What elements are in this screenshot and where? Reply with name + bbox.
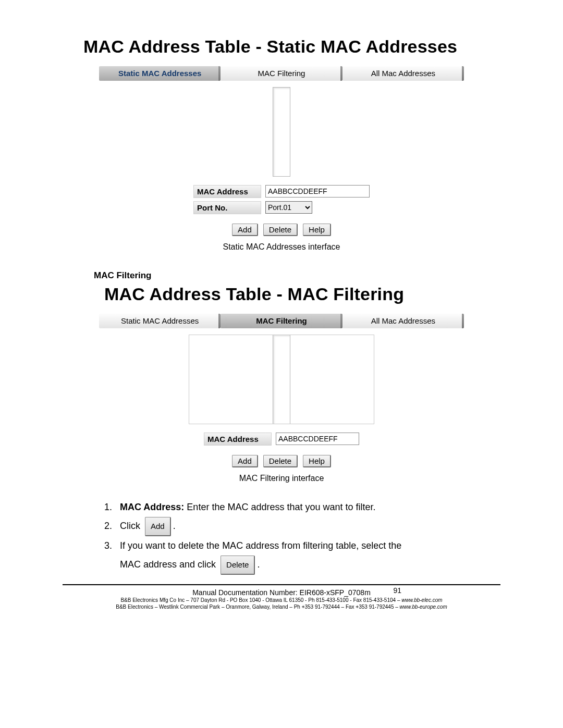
inline-add-button: Add xyxy=(145,517,171,536)
tab-label: MAC Filtering xyxy=(258,69,305,78)
delete-button[interactable]: Delete xyxy=(263,224,298,236)
tab-mac-filtering[interactable]: MAC Filtering xyxy=(221,66,342,81)
footer-divider xyxy=(63,584,500,585)
tab-mac-filtering[interactable]: MAC Filtering xyxy=(221,314,342,328)
instruction-step-1: MAC Address: Enter the MAC address that … xyxy=(115,498,490,516)
help-button[interactable]: Help xyxy=(303,224,331,236)
panel2-left-pane xyxy=(189,335,273,424)
step1-text: Enter the MAC address that you want to f… xyxy=(184,502,375,512)
tab-all-mac-addresses[interactable]: All Mac Addresses xyxy=(342,66,464,81)
mac-address-input[interactable] xyxy=(265,185,370,198)
panel1-mac-list[interactable] xyxy=(273,87,290,177)
panel2-ui: Static MAC Addresses MAC Filtering All M… xyxy=(99,314,464,483)
instructions: MAC Address: Enter the MAC address that … xyxy=(94,498,500,575)
step3-line2-prefix: MAC address and click xyxy=(120,559,218,570)
panel1-caption: Static MAC Addresses interface xyxy=(99,242,464,252)
step2-suffix: . xyxy=(173,521,176,531)
panel2-mac-list[interactable] xyxy=(273,335,290,424)
tab-label: MAC Filtering xyxy=(256,316,307,325)
panel1-tabs: Static MAC Addresses MAC Filtering All M… xyxy=(99,66,464,81)
instruction-step-3: If you want to delete the MAC address fr… xyxy=(115,536,490,575)
mac-address-input[interactable] xyxy=(276,433,359,445)
panel2-tabs: Static MAC Addresses MAC Filtering All M… xyxy=(99,314,464,328)
section-mac-filtering-heading: MAC Filtering xyxy=(94,270,500,281)
panel1-buttons: Add Delete Help xyxy=(99,224,464,236)
tab-label: Static MAC Addresses xyxy=(118,69,202,78)
panel2-right-pane xyxy=(290,335,374,424)
page-number: 91 xyxy=(393,586,401,595)
panel2-caption: MAC Filtering interface xyxy=(99,474,464,483)
panel2-form: MAC Address xyxy=(204,433,359,446)
delete-button[interactable]: Delete xyxy=(263,455,298,467)
add-button[interactable]: Add xyxy=(232,224,258,236)
step1-label: MAC Address: xyxy=(120,502,184,512)
tab-all-mac-addresses[interactable]: All Mac Addresses xyxy=(342,314,464,328)
step3-line2-suffix: . xyxy=(257,559,260,570)
instruction-step-2: Click Add. xyxy=(115,516,490,536)
mac-address-label: MAC Address xyxy=(193,185,261,198)
panel2-title: MAC Address Table - MAC Filtering xyxy=(63,284,500,304)
inline-delete-button: Delete xyxy=(221,556,255,575)
port-no-label: Port No. xyxy=(193,201,261,214)
panel1-form: MAC Address Port No. Port.01 xyxy=(193,185,370,214)
tab-static-mac-addresses[interactable]: Static MAC Addresses xyxy=(99,314,221,328)
tab-divider-icon xyxy=(462,314,464,328)
mac-address-label: MAC Address xyxy=(204,433,272,446)
add-button[interactable]: Add xyxy=(232,455,258,467)
help-button[interactable]: Help xyxy=(303,455,331,467)
tab-label: Static MAC Addresses xyxy=(121,316,199,325)
step2-prefix: Click xyxy=(120,521,143,531)
tab-divider-icon xyxy=(462,66,464,81)
footer-address-2: B&B Electronics – Westlink Commercial Pa… xyxy=(63,603,500,610)
port-select[interactable]: Port.01 xyxy=(265,201,312,214)
footer-doc-number: Manual Documentation Number: EIR608-xSFP… xyxy=(63,588,500,597)
tab-label: All Mac Addresses xyxy=(371,316,435,325)
footer-address-1: B&B Electronics Mfg Co Inc – 707 Dayton … xyxy=(63,597,500,603)
tab-static-mac-addresses[interactable]: Static MAC Addresses xyxy=(99,66,221,81)
tab-label: All Mac Addresses xyxy=(371,69,435,78)
panel1-ui: Static MAC Addresses MAC Filtering All M… xyxy=(99,66,464,252)
step3-line1: If you want to delete the MAC address fr… xyxy=(120,540,401,551)
panel1-title: MAC Address Table - Static MAC Addresses xyxy=(63,36,500,57)
panel2-buttons: Add Delete Help xyxy=(99,455,464,467)
